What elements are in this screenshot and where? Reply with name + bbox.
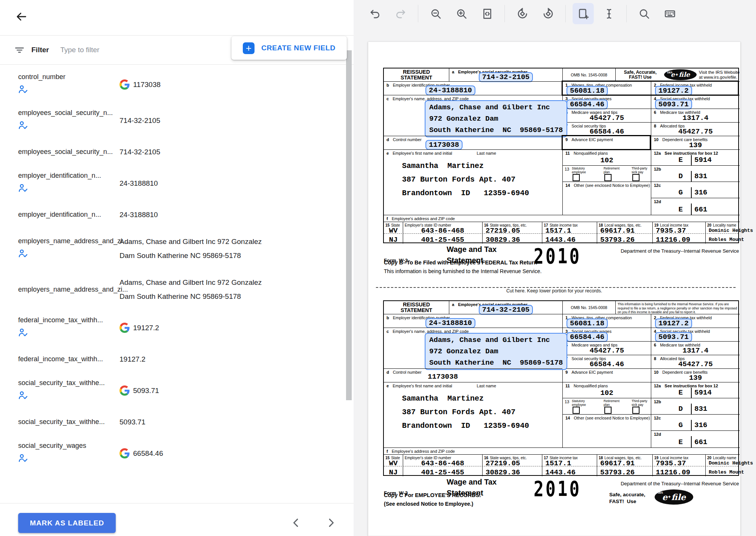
- box-label-text: Other (see enclosed Notice to Employee): [574, 416, 650, 420]
- control-number-value[interactable]: 1173038: [425, 140, 463, 150]
- checkbox-label: Third-party sick pay: [632, 399, 647, 407]
- human-verified-icon: [18, 328, 28, 338]
- labeled-value-highlight[interactable]: 19127.2: [655, 86, 692, 96]
- labeled-value-highlight[interactable]: 5093.71: [655, 99, 692, 109]
- document-page[interactable]: REISSUEDSTATEMENTaEmployee's social secu…: [368, 42, 740, 536]
- labeled-value-highlight[interactable]: 714-32-2105: [479, 305, 533, 315]
- box-2-value[interactable]: 19127.2: [655, 318, 692, 328]
- box-1-value[interactable]: 56081.18: [567, 86, 608, 96]
- rotate-right-button[interactable]: [537, 3, 559, 24]
- labeled-value-highlight[interactable]: 24-3188810: [425, 318, 475, 328]
- box-6-value: 1317.4: [651, 114, 740, 122]
- box-number: d: [387, 137, 389, 142]
- code-amount-divider: [691, 204, 692, 215]
- field-row[interactable]: federal_income_tax_withh...19127.2: [0, 346, 345, 373]
- field-row[interactable]: social_security_wages66584.46: [0, 435, 345, 471]
- box-1-value[interactable]: 56081.18: [567, 318, 608, 328]
- box-3-value[interactable]: 66584.46: [567, 332, 608, 342]
- field-row[interactable]: employers_name_address_and_zi...Adams, C…: [0, 228, 345, 269]
- field-row[interactable]: social_security_tax_withhe...5093.71: [0, 409, 345, 435]
- checkbox[interactable]: [632, 174, 640, 181]
- labeled-value-highlight[interactable]: 66584.46: [567, 99, 608, 109]
- keyboard-shortcuts-button[interactable]: [659, 3, 680, 24]
- box-label: 11Nonqualified plans: [563, 382, 651, 388]
- mark-as-labeled-button[interactable]: MARK AS LABELED: [18, 513, 116, 533]
- field-row[interactable]: control_number1173038: [0, 67, 345, 103]
- labeled-value-highlight[interactable]: 66584.46: [567, 332, 608, 342]
- employer-address-value[interactable]: Adams, Chase and Gilbert Inc972 Gonzalez…: [425, 100, 567, 137]
- keyboard-shortcuts-icon: [664, 8, 676, 20]
- field-row[interactable]: federal_income_tax_withh...19127.2: [0, 310, 345, 346]
- code-amount-divider: [691, 155, 692, 165]
- box-7-value: 66584.46: [563, 360, 651, 368]
- checkbox[interactable]: [573, 174, 580, 181]
- labeled-value-highlight[interactable]: 24-3188810: [425, 85, 475, 95]
- field-row[interactable]: social_security_tax_withhe...5093.71: [0, 373, 345, 409]
- labeled-value-highlight[interactable]: 1173038: [425, 140, 463, 150]
- fit-page-button[interactable]: [477, 3, 498, 24]
- filter-input[interactable]: [60, 46, 155, 54]
- bottom-bar: MARK AS LABELED: [0, 503, 354, 536]
- checkbox[interactable]: [632, 407, 640, 414]
- cut-here-line: [376, 287, 736, 288]
- ein-value[interactable]: 24-3188810: [425, 85, 475, 95]
- box-2-value[interactable]: 19127.2: [655, 86, 692, 96]
- box-number: d: [387, 370, 389, 374]
- ssn-value[interactable]: 714-32-2105: [449, 305, 562, 315]
- state-col-19: 19Local income tax7935.3711216.09: [652, 454, 705, 476]
- field-value: Adams, Chase and Gilbert Inc 972 Gonzale…: [120, 275, 263, 303]
- next-document-button[interactable]: [322, 514, 340, 531]
- reissued-statement-text: REISSUEDSTATEMENT: [384, 69, 449, 81]
- select-text-button[interactable]: [598, 3, 619, 24]
- redo-icon: [395, 8, 407, 20]
- employer-address-value[interactable]: Adams, Chase and Gilbert Inc972 Gonzalez…: [425, 333, 567, 370]
- labeled-value-highlight[interactable]: 56081.18: [567, 86, 608, 96]
- field-info: employers_name_address_and_zi...: [18, 237, 120, 260]
- draw-bounding-box-button[interactable]: [573, 3, 594, 24]
- labeled-value-highlight[interactable]: 5093.71: [655, 332, 692, 342]
- back-button[interactable]: [12, 8, 30, 26]
- labeled-value-highlight[interactable]: 714-32-2105: [479, 72, 533, 82]
- box-a-ssn: aEmployee's social security number714-32…: [449, 68, 562, 81]
- labeled-value-highlight[interactable]: Adams, Chase and Gilbert Inc972 Gonzalez…: [425, 333, 567, 370]
- previous-document-button[interactable]: [287, 514, 305, 531]
- ssn-value[interactable]: 714-32-2105: [449, 72, 562, 82]
- box-9: 9Advance EIC payment: [562, 136, 651, 149]
- state-row-divider: [384, 466, 738, 466]
- code-amount-divider: [691, 388, 692, 398]
- field-value-text: 19127.2: [133, 321, 159, 335]
- field-row[interactable]: employees_social_security_n...714-32-210…: [0, 103, 345, 138]
- labeled-value-highlight[interactable]: Adams, Chase and Gilbert Inc972 Gonzalez…: [425, 100, 567, 137]
- checkbox[interactable]: [604, 407, 612, 414]
- box-label: 12b: [651, 166, 740, 171]
- w2-form-copy-b: REISSUEDSTATEMENTaEmployee's social secu…: [383, 68, 739, 280]
- box-12c-code: G: [678, 421, 683, 429]
- field-row[interactable]: employer_identification_n...24-3188810: [0, 201, 345, 228]
- create-new-field-button[interactable]: + CREATE NEW FIELD: [231, 36, 347, 60]
- create-new-field-label: CREATE NEW FIELD: [261, 44, 335, 52]
- box-3-value[interactable]: 66584.46: [567, 99, 608, 109]
- checkbox[interactable]: [604, 174, 612, 181]
- field-row[interactable]: employers_name_address_and_zi...Adams, C…: [0, 269, 345, 310]
- ein-value[interactable]: 24-3188810: [425, 318, 475, 328]
- undo-button[interactable]: [364, 3, 385, 24]
- state-row2-value: 53793.26: [600, 236, 635, 244]
- labeled-value-highlight[interactable]: 56081.18: [567, 318, 608, 328]
- box-4-value[interactable]: 5093.71: [655, 99, 692, 109]
- labeled-value-highlight[interactable]: 19127.2: [655, 318, 692, 328]
- field-row[interactable]: employer_identification_n...24-3188810: [0, 165, 345, 201]
- rotate-left-button[interactable]: [512, 3, 533, 24]
- zoom-in-button[interactable]: [451, 3, 472, 24]
- box-number: 12d: [654, 199, 661, 204]
- search-button[interactable]: [633, 3, 655, 24]
- state-row2-value: 1443.46: [545, 236, 576, 244]
- box-number: f: [387, 216, 388, 221]
- box-4-value[interactable]: 5093.71: [655, 332, 692, 342]
- zoom-out-button[interactable]: [425, 3, 446, 24]
- field-row[interactable]: employees_social_security_n...714-32-210…: [0, 138, 345, 165]
- field-label: federal_income_tax_withh...: [18, 316, 120, 324]
- checkbox[interactable]: [573, 407, 580, 414]
- box-11: 11Nonqualified plans102: [562, 149, 651, 165]
- scrollbar-thumb[interactable]: [346, 50, 352, 400]
- redo-button[interactable]: [390, 3, 411, 24]
